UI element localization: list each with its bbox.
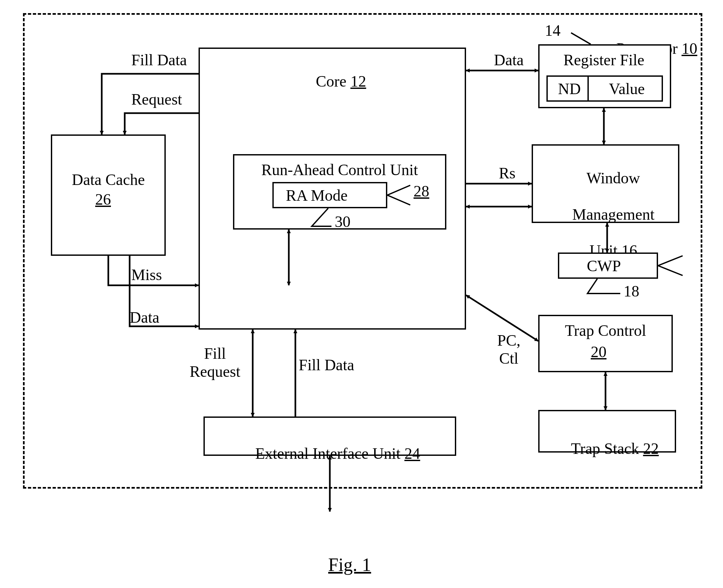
arrows-layer [0, 0, 723, 588]
